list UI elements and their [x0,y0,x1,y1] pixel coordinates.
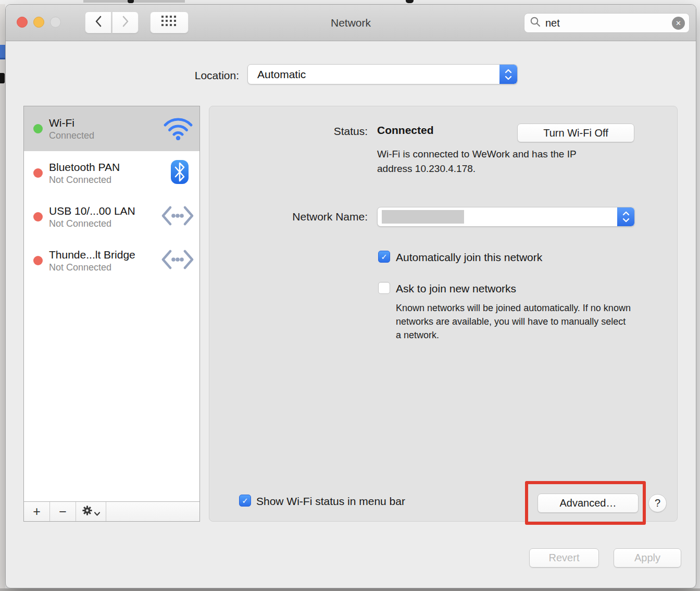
chevron-right-icon [121,16,130,29]
zoom-button [50,17,61,28]
x-icon: ✕ [676,19,681,27]
service-name: Bluetooth PAN [49,160,170,174]
auto-join-checkbox[interactable]: ✓ [378,251,390,263]
check-icon: ✓ [381,252,388,262]
sidebar-item-wifi[interactable]: Wi-Fi Connected [24,106,199,151]
background-window-edge [0,4,5,588]
service-status: Not Connected [49,262,161,274]
network-name-label: Network Name: [292,211,368,223]
background-text-fragment [406,0,414,3]
add-service-button[interactable]: + [24,502,50,521]
service-name: USB 10/...00 LAN [49,204,161,218]
ask-join-help-text: Known networks will be joined automatica… [396,301,631,342]
service-name: Wi-Fi [49,116,162,130]
service-actions-button[interactable] [76,502,106,521]
status-dot-red [33,168,43,178]
background-text-fragment [0,73,5,83]
wifi-detail-panel: Status: Connected Turn Wi-Fi Off Wi-Fi i… [209,106,678,522]
revert-button[interactable]: Revert [529,548,599,568]
status-value: Connected [377,124,434,137]
sidebar-item-usb-lan[interactable]: USB 10/...00 LAN Not Connected [24,195,199,239]
service-status: Not Connected [49,174,170,186]
background-blue-fragment [0,45,5,59]
status-dot-red [33,212,43,221]
ask-join-label: Ask to join new networks [396,282,516,295]
services-list: Wi-Fi Connected Bluetooth PAN Not Connec [23,106,200,522]
service-status: Connected [49,130,162,142]
status-description: Wi-Fi is connected to WeWork and has the… [377,147,585,176]
ask-join-checkbox[interactable] [378,282,390,294]
show-wifi-status-checkbox[interactable]: ✓ [239,495,251,507]
close-button[interactable] [17,17,28,28]
search-field[interactable]: ✕ [524,13,690,33]
gear-icon [82,504,93,519]
status-dot-red [33,256,43,265]
background-bottom-edge [0,588,700,591]
turn-wifi-off-button[interactable]: Turn Wi-Fi Off [517,124,634,142]
check-icon: ✓ [242,496,248,506]
search-input[interactable] [545,17,672,29]
chevron-down-icon [94,504,100,519]
network-name-redacted-value [382,210,464,224]
show-wifi-status-label: Show Wi-Fi status in menu bar [256,495,405,508]
help-button[interactable]: ? [648,494,667,512]
popup-arrows-icon [499,65,517,84]
background-tab-fragment [83,0,185,3]
background-text-fragment [128,0,134,3]
popup-arrows-icon [617,207,634,226]
bluetooth-icon [170,159,189,187]
service-status: Not Connected [49,218,161,230]
location-popup[interactable]: Automatic [247,64,518,84]
network-preferences-window: Network [5,4,696,588]
status-dot-green [33,124,43,133]
services-toolbar: + − [24,501,199,521]
clear-search-button[interactable]: ✕ [672,17,685,30]
service-name: Thunde...lt Bridge [49,248,161,262]
location-popup-value: Automatic [248,68,499,81]
grid-icon [161,16,177,29]
ethernet-icon [161,249,194,273]
ethernet-icon [161,205,194,229]
wifi-icon [162,115,194,142]
back-button[interactable] [85,11,111,33]
forward-button[interactable] [112,11,139,33]
remove-service-button[interactable]: − [50,502,76,521]
plus-icon: + [33,504,41,519]
sidebar-item-bluetooth-pan[interactable]: Bluetooth PAN Not Connected [24,151,199,195]
minimize-button[interactable] [33,17,44,28]
sidebar-item-thunderbolt-bridge[interactable]: Thunde...lt Bridge Not Connected [24,239,199,282]
titlebar[interactable]: Network [6,5,696,41]
status-label: Status: [334,125,368,138]
auto-join-label: Automatically join this network [396,251,542,264]
minus-icon: − [59,504,67,519]
show-all-button[interactable] [150,11,189,33]
location-label: Location: [157,69,239,82]
apply-button[interactable]: Apply [614,548,681,568]
advanced-button[interactable]: Advanced… [538,494,639,513]
chevron-left-icon [94,16,103,29]
search-icon [530,16,541,30]
network-name-popup[interactable] [377,207,635,227]
